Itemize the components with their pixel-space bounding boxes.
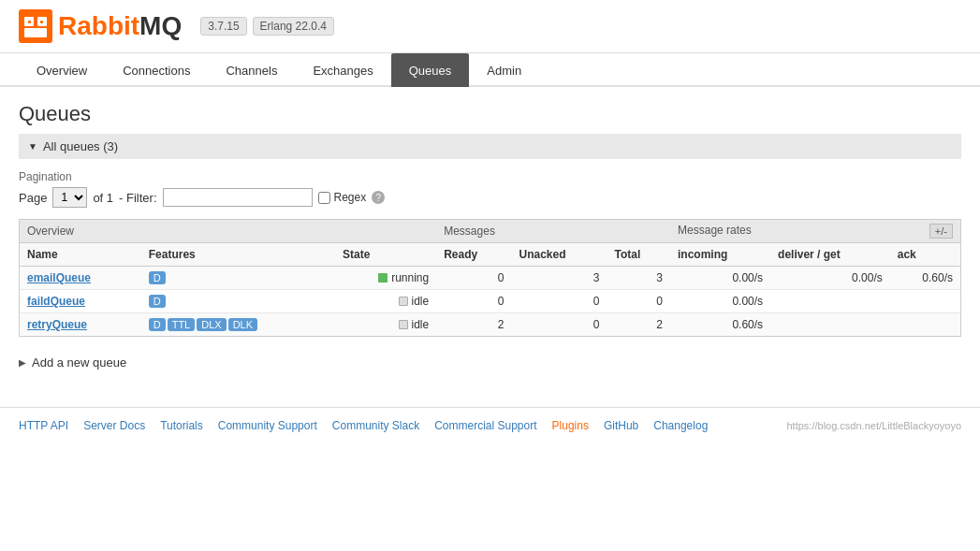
col-name: Name xyxy=(20,243,141,267)
queue-ack: 0.60/s xyxy=(890,267,960,290)
group-rates-label: Message rates xyxy=(678,224,752,237)
erlang-badge: Erlang 22.0.4 xyxy=(253,17,334,36)
filter-label: - Filter: xyxy=(119,191,156,205)
section-collapse-arrow: ▼ xyxy=(28,141,37,152)
queue-total: 3 xyxy=(607,267,670,290)
queue-name-link[interactable]: emailQueue xyxy=(27,271,91,284)
queue-state: running xyxy=(335,267,436,290)
help-icon[interactable]: ? xyxy=(372,191,385,204)
queue-incoming: 0.00/s xyxy=(670,267,770,290)
state-dot-idle xyxy=(399,320,408,329)
main-nav: Overview Connections Channels Exchanges … xyxy=(0,53,980,87)
col-total: Total xyxy=(607,243,670,267)
col-unacked: Unacked xyxy=(512,243,607,267)
footer-community-slack[interactable]: Community Slack xyxy=(332,419,419,432)
regex-label: Regex xyxy=(334,191,367,204)
col-incoming: incoming xyxy=(670,243,770,267)
group-messages: Messages xyxy=(436,220,670,243)
col-ack: ack xyxy=(890,243,960,267)
queue-state: idle xyxy=(335,313,436,337)
app-name: RabbitMQ xyxy=(58,11,182,41)
pagination-label: Pagination xyxy=(19,170,961,183)
table-row: retryQueueDTTLDLXDLKidle2020.60/s xyxy=(20,313,960,337)
footer-tutorials[interactable]: Tutorials xyxy=(160,419,203,432)
queue-name-link[interactable]: faildQueue xyxy=(27,295,85,308)
queue-unacked: 3 xyxy=(512,267,607,290)
nav-exchanges[interactable]: Exchanges xyxy=(295,53,390,87)
of-label: of 1 xyxy=(93,191,113,205)
state-text: running xyxy=(391,271,429,284)
queue-features: DTTLDLXDLK xyxy=(141,313,335,337)
queues-table: Overview Messages Message rates +/- Name… xyxy=(20,220,960,336)
footer-github[interactable]: GitHub xyxy=(604,419,638,432)
filter-input[interactable] xyxy=(163,188,313,207)
feature-tag-d[interactable]: D xyxy=(149,318,166,331)
table-row: faildQueueDidle0000.00/s xyxy=(20,290,960,313)
footer-community-support[interactable]: Community Support xyxy=(218,419,317,432)
queue-features: D xyxy=(141,267,335,290)
queue-ack xyxy=(890,313,960,337)
col-state: State xyxy=(335,243,436,267)
nav-admin[interactable]: Admin xyxy=(469,53,539,87)
page-label: Page xyxy=(19,191,47,205)
footer-http-api[interactable]: HTTP API xyxy=(19,419,68,432)
queue-ready: 0 xyxy=(436,290,511,313)
queue-state: idle xyxy=(335,290,436,313)
add-queue-arrow: ▶ xyxy=(19,357,26,368)
footer-commercial-support[interactable]: Commercial Support xyxy=(434,419,536,432)
feature-tag-ttl[interactable]: TTL xyxy=(168,318,196,331)
main-content: Queues ▼ All queues (3) Pagination Page … xyxy=(0,87,980,407)
group-overview: Overview xyxy=(20,220,436,243)
page-select[interactable]: 1 xyxy=(52,187,87,208)
section-label: All queues (3) xyxy=(43,139,118,153)
version-badge: 3.7.15 xyxy=(200,17,246,36)
col-features: Features xyxy=(141,243,335,267)
queue-total: 0 xyxy=(607,290,670,313)
footer-server-docs[interactable]: Server Docs xyxy=(83,419,145,432)
footer-plugins[interactable]: Plugins xyxy=(552,419,589,432)
queue-ready: 2 xyxy=(436,313,511,337)
state-text: idle xyxy=(412,318,430,331)
nav-channels[interactable]: Channels xyxy=(208,53,295,87)
feature-tag-dlk[interactable]: DLK xyxy=(228,318,257,331)
queue-name-link[interactable]: retryQueue xyxy=(27,318,87,331)
pagination-section: Pagination Page 1 of 1 - Filter: Regex ? xyxy=(19,170,961,208)
rabbitmq-logo-icon xyxy=(19,9,52,43)
feature-tag-dlx[interactable]: DLX xyxy=(197,318,226,331)
queue-ready: 0 xyxy=(436,267,511,290)
all-queues-section-header[interactable]: ▼ All queues (3) xyxy=(19,134,961,159)
footer-changelog[interactable]: Changelog xyxy=(653,419,708,432)
page-title: Queues xyxy=(19,102,961,126)
state-text: idle xyxy=(412,295,430,308)
queue-ack xyxy=(890,290,960,313)
svg-rect-4 xyxy=(28,21,31,23)
queue-deliver-get: 0.00/s xyxy=(770,267,890,290)
queue-unacked: 0 xyxy=(512,290,607,313)
app-header: RabbitMQ 3.7.15 Erlang 22.0.4 xyxy=(0,0,980,53)
queue-deliver-get xyxy=(770,313,890,337)
nav-queues[interactable]: Queues xyxy=(391,53,470,87)
plus-minus-button[interactable]: +/- xyxy=(929,224,953,239)
col-ready: Ready xyxy=(436,243,511,267)
pagination-row: Page 1 of 1 - Filter: Regex ? xyxy=(19,187,961,208)
regex-checkbox[interactable] xyxy=(318,192,330,204)
col-deliver-get: deliver / get xyxy=(770,243,890,267)
queue-deliver-get xyxy=(770,290,890,313)
state-dot-running xyxy=(378,273,388,283)
add-queue-label: Add a new queue xyxy=(32,355,126,370)
footer-url: https://blog.csdn.net/LittleBlackyoyoyo xyxy=(787,420,962,431)
regex-checkbox-label[interactable]: Regex xyxy=(318,191,367,204)
svg-rect-5 xyxy=(40,21,43,23)
logo: RabbitMQ xyxy=(19,9,182,43)
feature-tag-d[interactable]: D xyxy=(149,271,166,284)
nav-overview[interactable]: Overview xyxy=(19,53,105,87)
feature-tag-d[interactable]: D xyxy=(149,295,166,308)
state-dot-idle xyxy=(399,297,408,306)
queue-unacked: 0 xyxy=(512,313,607,337)
svg-rect-3 xyxy=(24,28,47,37)
queue-incoming: 0.60/s xyxy=(670,313,770,337)
add-queue-toggle[interactable]: ▶ Add a new queue xyxy=(19,352,961,373)
footer: HTTP API Server Docs Tutorials Community… xyxy=(0,407,980,443)
queues-table-container: Overview Messages Message rates +/- Name… xyxy=(19,219,961,337)
nav-connections[interactable]: Connections xyxy=(105,53,208,87)
